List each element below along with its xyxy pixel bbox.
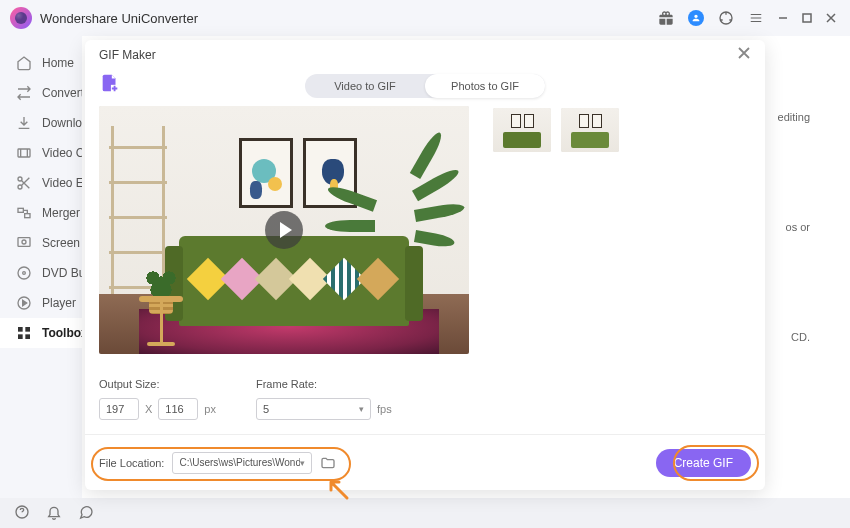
svg-rect-2 [18, 149, 30, 157]
sidebar-item-merger[interactable]: Merger [0, 198, 82, 228]
help-icon[interactable] [14, 504, 30, 523]
disc-icon [16, 265, 32, 281]
gif-maker-modal: GIF Maker Video to GIF Photos to GIF [85, 40, 765, 490]
sidebar-item-converter[interactable]: Converter [0, 78, 82, 108]
sidebar-item-label: DVD Burner [42, 266, 82, 280]
frame-rate-select[interactable]: 5 ▾ [256, 398, 371, 420]
sidebar-item-label: Downloader [42, 116, 82, 130]
gift-icon[interactable] [658, 10, 674, 26]
sidebar-item-label: Merger [42, 206, 80, 220]
chevron-down-icon: ▾ [300, 458, 305, 468]
converter-icon [16, 85, 32, 101]
px-unit: px [204, 403, 216, 415]
maximize-button[interactable] [798, 9, 816, 27]
app-logo-icon [10, 7, 32, 29]
svg-rect-7 [18, 238, 30, 247]
thumbnail-list [493, 106, 619, 434]
sidebar-item-label: Player [42, 296, 76, 310]
sidebar-item-label: Video Compressor [42, 146, 82, 160]
scissors-icon [16, 175, 32, 191]
svg-rect-14 [18, 334, 23, 339]
output-height-input[interactable] [158, 398, 198, 420]
frame-rate-value: 5 [263, 403, 269, 415]
frame-rate-label: Frame Rate: [256, 378, 392, 390]
add-file-icon[interactable] [99, 72, 121, 94]
modal-title: GIF Maker [99, 48, 156, 62]
bg-text: CD. [791, 331, 810, 343]
chevron-down-icon: ▾ [359, 404, 364, 414]
svg-point-10 [23, 272, 26, 275]
status-bar [0, 498, 850, 528]
bg-text: os or [786, 221, 810, 233]
play-icon [16, 295, 32, 311]
toolbox-icon [16, 325, 32, 341]
sidebar-item-video-compressor[interactable]: Video Compressor [0, 138, 82, 168]
sidebar: Home Converter Downloader Video Compress… [0, 36, 82, 498]
download-icon [16, 115, 32, 131]
tab-video-to-gif[interactable]: Video to GIF [305, 74, 425, 98]
x-separator: X [145, 403, 152, 415]
merge-icon [16, 205, 32, 221]
create-gif-button[interactable]: Create GIF [656, 449, 751, 477]
output-width-input[interactable] [99, 398, 139, 420]
play-button-icon[interactable] [265, 211, 303, 249]
title-bar: Wondershare UniConverter [0, 0, 850, 36]
svg-rect-15 [25, 334, 30, 339]
sidebar-item-label: Screen Recorder [42, 236, 82, 250]
sidebar-item-label: Toolbox [42, 326, 82, 340]
svg-point-9 [18, 267, 30, 279]
screen-record-icon [16, 235, 32, 251]
support-icon[interactable] [718, 10, 734, 26]
compress-icon [16, 145, 32, 161]
sidebar-item-label: Converter [42, 86, 82, 100]
app-title: Wondershare UniConverter [40, 11, 198, 26]
tab-group: Video to GIF Photos to GIF [305, 74, 545, 98]
file-location-path: C:\Users\ws\Pictures\Wondersh [179, 457, 300, 468]
feedback-icon[interactable] [78, 504, 94, 523]
menu-icon[interactable] [748, 10, 764, 26]
close-button[interactable] [822, 9, 840, 27]
svg-point-4 [18, 185, 22, 189]
file-location-select[interactable]: C:\Users\ws\Pictures\Wondersh ▾ [172, 452, 312, 474]
sidebar-item-home[interactable]: Home [0, 48, 82, 78]
tab-photos-to-gif[interactable]: Photos to GIF [425, 74, 545, 98]
svg-point-3 [18, 177, 22, 181]
sidebar-item-toolbox[interactable]: Toolbox [0, 318, 82, 348]
sidebar-item-player[interactable]: Player [0, 288, 82, 318]
svg-rect-6 [25, 214, 30, 218]
sidebar-item-label: Video Editor [42, 176, 82, 190]
output-size-label: Output Size: [99, 378, 216, 390]
preview-image[interactable] [99, 106, 469, 354]
minimize-button[interactable] [774, 9, 792, 27]
svg-rect-1 [803, 14, 811, 22]
modal-close-button[interactable] [737, 46, 751, 64]
svg-rect-5 [18, 208, 23, 212]
notification-icon[interactable] [46, 504, 62, 523]
fps-unit: fps [377, 403, 392, 415]
sidebar-item-video-editor[interactable]: Video Editor [0, 168, 82, 198]
bg-text: editing [778, 111, 810, 123]
svg-rect-13 [25, 327, 30, 332]
thumbnail-item[interactable] [493, 108, 551, 152]
sidebar-item-screen-recorder[interactable]: Screen Recorder [0, 228, 82, 258]
sidebar-item-dvd-burner[interactable]: DVD Burner [0, 258, 82, 288]
file-location-label: File Location: [99, 457, 164, 469]
user-account-icon[interactable] [688, 10, 704, 26]
sidebar-item-downloader[interactable]: Downloader [0, 108, 82, 138]
home-icon [16, 55, 32, 71]
svg-rect-12 [18, 327, 23, 332]
svg-point-8 [22, 240, 26, 244]
sidebar-item-label: Home [42, 56, 74, 70]
open-folder-icon[interactable] [320, 455, 336, 471]
thumbnail-item[interactable] [561, 108, 619, 152]
